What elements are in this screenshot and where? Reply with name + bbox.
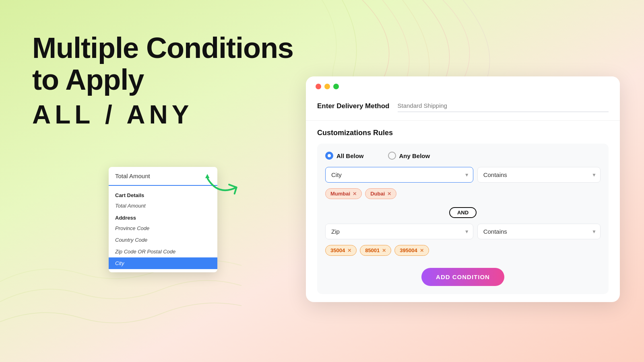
city-field-select[interactable]: City Total Amount Province Code Country … — [325, 167, 473, 183]
toggle-any-label: Any Below — [399, 152, 430, 159]
tag-35004: 35004 ✕ — [325, 245, 357, 256]
tag-395004-close-icon[interactable]: ✕ — [420, 248, 424, 253]
zip-tags-row: 35004 ✕ 85001 ✕ 395004 ✕ — [325, 243, 601, 261]
toggle-row: All Below Any Below — [325, 152, 601, 160]
zip-field-select[interactable]: Zip City Total Amount Province Code Coun… — [325, 224, 473, 239]
dropdown-item-country[interactable]: Country Code — [109, 234, 217, 246]
tag-dubai: Dubai ✕ — [365, 188, 396, 199]
tag-mumbai: Mumbai ✕ — [325, 188, 362, 199]
radio-any-below[interactable] — [388, 152, 396, 160]
toggle-all-label: All Below — [336, 152, 364, 159]
and-badge: AND — [449, 207, 477, 218]
dropdown-section-address: Address — [109, 212, 217, 222]
dropdown-trigger[interactable]: Total Amount ▲ — [109, 167, 217, 186]
heading-line3: ALL / ANY — [32, 100, 293, 130]
heading-line1: Multiple Conditions — [32, 32, 293, 64]
tag-dubai-label: Dubai — [370, 191, 385, 197]
tag-35004-close-icon[interactable]: ✕ — [347, 248, 351, 253]
tag-85001: 85001 ✕ — [360, 245, 391, 256]
city-operator-select[interactable]: Contains Does not contain Equals — [477, 167, 601, 183]
dropdown-item-total-amount[interactable]: Total Amount — [109, 200, 217, 212]
zip-operator-select[interactable]: Contains Does not contain Equals — [477, 224, 601, 239]
dropdown-item-city[interactable]: City — [109, 257, 217, 269]
and-badge-row: AND — [325, 207, 601, 218]
heading-line2: to Apply — [32, 64, 293, 96]
add-condition-row: ADD CONDITION — [325, 268, 601, 286]
tag-mumbai-label: Mumbai — [330, 191, 350, 197]
tag-35004-label: 35004 — [330, 247, 345, 253]
city-tags-row: Mumbai ✕ Dubai ✕ — [325, 187, 601, 204]
dropdown-section-cart: Cart Details — [109, 189, 217, 200]
window-minimize-btn[interactable] — [324, 84, 330, 89]
tag-85001-close-icon[interactable]: ✕ — [382, 248, 386, 253]
radio-all-below[interactable] — [325, 152, 333, 160]
city-operator-wrapper: Contains Does not contain Equals ▼ — [477, 167, 601, 183]
rules-section: Customizations Rules All Below Any Below… — [306, 121, 620, 302]
main-card: Enter Delivery Method Customizations Rul… — [306, 76, 620, 302]
rules-container: All Below Any Below City Total Amount Pr… — [317, 144, 609, 294]
tag-85001-label: 85001 — [365, 247, 380, 253]
delivery-method-input[interactable] — [398, 100, 609, 112]
delivery-method-row: Enter Delivery Method — [306, 93, 620, 121]
condition-row-1: City Total Amount Province Code Country … — [325, 167, 601, 183]
window-controls — [306, 76, 620, 93]
rules-title: Customizations Rules — [317, 129, 609, 137]
window-maximize-btn[interactable] — [333, 84, 339, 89]
tag-395004: 395004 ✕ — [394, 245, 429, 256]
delivery-method-label: Enter Delivery Method — [317, 102, 390, 110]
dropdown-trigger-label: Total Amount — [115, 173, 150, 179]
left-heading: Multiple Conditions to Apply ALL / ANY — [32, 32, 293, 130]
tag-mumbai-close-icon[interactable]: ✕ — [353, 191, 357, 197]
field-dropdown: Total Amount ▲ Cart Details Total Amount… — [109, 167, 217, 272]
city-field-wrapper: City Total Amount Province Code Country … — [325, 167, 473, 183]
dropdown-item-province[interactable]: Province Code — [109, 222, 217, 234]
toggle-any-below[interactable]: Any Below — [388, 152, 430, 160]
toggle-all-below[interactable]: All Below — [325, 152, 364, 160]
zip-operator-wrapper: Contains Does not contain Equals ▼ — [477, 224, 601, 239]
zip-field-wrapper: Zip City Total Amount Province Code Coun… — [325, 224, 473, 239]
tag-395004-label: 395004 — [400, 247, 417, 253]
condition-row-2: Zip City Total Amount Province Code Coun… — [325, 224, 601, 239]
dropdown-item-zip[interactable]: Zip Code OR Postal Code — [109, 246, 217, 257]
tag-dubai-close-icon[interactable]: ✕ — [387, 191, 391, 197]
add-condition-button[interactable]: ADD CONDITION — [421, 268, 504, 286]
window-close-btn[interactable] — [316, 84, 321, 89]
dropdown-body: Cart Details Total Amount Address Provin… — [109, 186, 217, 272]
